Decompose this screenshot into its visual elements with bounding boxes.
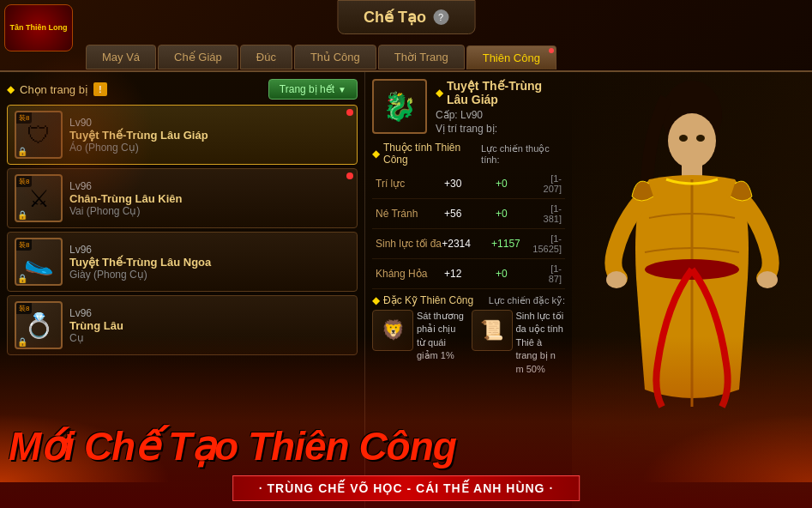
- logo: Tân Thiên Long: [4, 4, 73, 51]
- skills-title: Đặc Kỹ Thiên Công: [383, 294, 473, 306]
- diamond-icon-stats: ◆: [372, 148, 380, 160]
- skill-description: Sát thương phải chịu từ quái giảm 1%: [417, 310, 466, 363]
- tab-may-va[interactable]: May Vá: [86, 45, 156, 70]
- tab-thoi-trang[interactable]: Thời Trang: [378, 45, 465, 70]
- detail-item-name: Tuyệt Thế-Trùng Lâu Giáp: [447, 79, 565, 106]
- tab-thu-cong[interactable]: Thủ Công: [294, 45, 376, 70]
- stat-range: [1-15625]: [532, 233, 562, 254]
- app-title: Chế Tạo: [364, 8, 426, 27]
- help-icon[interactable]: ?: [433, 9, 448, 25]
- lock-icon: 🔒: [16, 273, 28, 284]
- attributes-right: Lực chiến thuộc tính:: [481, 143, 565, 165]
- dropdown-button[interactable]: Trang bị hết ▼: [268, 79, 358, 100]
- item-icon: 装8 🥿 🔒: [15, 238, 63, 286]
- flame-right: [641, 414, 812, 482]
- skill-item: 📜 Sinh lực tối đa uộc tính Thiê à trang …: [472, 310, 566, 376]
- item-icon: 装8 💍 🔒: [15, 301, 63, 349]
- svg-point-6: [679, 135, 688, 142]
- attributes-title: Thuộc tính Thiên Công: [383, 142, 481, 166]
- skill-icon: 📜: [472, 310, 513, 351]
- stat-bonus: +0: [496, 208, 538, 220]
- skills-right: Lực chiến đặc kỹ:: [489, 295, 565, 306]
- stat-bonus: +0: [496, 178, 538, 190]
- detail-item-icon: 🐉: [372, 79, 427, 134]
- stat-value: +56: [444, 208, 496, 220]
- item-level-text: Lv96: [69, 244, 350, 256]
- character-svg: [580, 72, 803, 458]
- item-level-badge: 装8: [16, 303, 32, 314]
- skill-item: 🦁 Sát thương phải chịu từ quái giảm 1%: [372, 310, 466, 376]
- skills-section: ◆ Đặc Kỹ Thiên Công Lực chiến đặc kỹ: 🦁 …: [372, 294, 565, 376]
- skills-header-left: ◆ Đặc Kỹ Thiên Công: [372, 294, 473, 306]
- item-info: Lv96 Trùng Lâu Cụ: [69, 307, 350, 344]
- attributes-header-left: ◆ Thuộc tính Thiên Công: [372, 142, 481, 166]
- stat-range: [1-381]: [538, 203, 562, 224]
- attributes-section: ◆ Thuộc tính Thiên Công Lực chiến thuộc …: [372, 142, 565, 289]
- item-icon-image: 🥿: [24, 248, 54, 276]
- notification-dot: [346, 109, 353, 116]
- item-name: Trùng Lâu: [69, 319, 350, 332]
- tab-duc[interactable]: Đúc: [240, 45, 292, 70]
- stat-row: Sinh lực tối đa +2314 +1157 [1-15625]: [372, 229, 565, 259]
- item-icon-image: 💍: [24, 311, 54, 340]
- detail-header: 🐉 ◆ Tuyệt Thế-Trùng Lâu Giáp Cấp: Lv90 V…: [372, 79, 565, 135]
- stat-row: Trí lực +30 +0 [1-207]: [372, 169, 565, 199]
- item-slot: Cụ: [69, 332, 350, 344]
- item-info: Lv96 Tuyệt Thế-Trùng Lâu Ngoa Giày (Phon…: [69, 244, 350, 281]
- stat-value: +30: [444, 178, 496, 190]
- skill-icon: 🦁: [372, 310, 413, 351]
- item-level-text: Lv96: [69, 307, 350, 319]
- skills-header: ◆ Đặc Kỹ Thiên Công Lực chiến đặc kỹ:: [372, 294, 565, 306]
- attributes-header: ◆ Thuộc tính Thiên Công Lực chiến thuộc …: [372, 142, 565, 166]
- stat-range: [1-87]: [538, 263, 562, 284]
- svg-point-5: [757, 271, 778, 288]
- diamond-icon-skills: ◆: [372, 294, 380, 306]
- notification-dot: [346, 172, 353, 179]
- character-figure: [572, 72, 812, 467]
- logo-text: Tân Thiên Long: [10, 23, 68, 33]
- stat-row: Né Tránh +56 +0 [1-381]: [372, 199, 565, 229]
- stat-row: Kháng Hỏa +12 +0 [1-87]: [372, 259, 565, 289]
- item-level-badge: 装8: [16, 239, 32, 251]
- right-panel: 🐉 ◆ Tuyệt Thế-Trùng Lâu Giáp Cấp: Lv90 V…: [364, 72, 572, 508]
- stat-name: Né Tránh: [376, 208, 444, 220]
- dropdown-arrow-icon: ▼: [338, 85, 346, 94]
- item-slot: Giày (Phong Cụ): [69, 269, 350, 281]
- stat-range: [1-207]: [538, 173, 562, 194]
- equipment-item[interactable]: 装8 🥿 🔒 Lv96 Tuyệt Thế-Trùng Lâu Ngoa Già…: [7, 232, 358, 292]
- tab-che-giap[interactable]: Chế Giáp: [158, 45, 238, 70]
- title-bar: Chế Tạo ?: [337, 0, 475, 34]
- stat-value: +2314: [442, 238, 491, 250]
- detail-section-header: ◆ Tuyệt Thế-Trùng Lâu Giáp: [436, 79, 565, 106]
- stat-name: Sinh lực tối đa: [376, 238, 442, 250]
- svg-point-4: [606, 271, 627, 288]
- svg-point-1: [668, 113, 716, 168]
- stat-name: Kháng Hỏa: [376, 268, 444, 280]
- flame-left: [0, 414, 171, 482]
- detail-info: ◆ Tuyệt Thế-Trùng Lâu Giáp Cấp: Lv90 Vị …: [436, 79, 565, 135]
- skill-description: Sinh lực tối đa uộc tính Thiê à trang bị…: [516, 310, 566, 376]
- svg-point-7: [696, 135, 705, 142]
- tab-thien-cong[interactable]: Thiên Công: [466, 45, 556, 70]
- detail-item-level: Cấp: Lv90: [436, 109, 565, 121]
- dragon-decoration: [0, 51, 154, 223]
- detail-item-position: Vị trí trang bị:: [436, 123, 565, 135]
- stat-value: +12: [444, 268, 496, 280]
- skills-list: 🦁 Sát thương phải chịu từ quái giảm 1% 📜…: [372, 310, 565, 376]
- nav-tabs: May Vá Chế Giáp Đúc Thủ Công Thời Trang …: [77, 45, 812, 70]
- item-name: Tuyệt Thế-Trùng Lâu Ngoa: [69, 256, 350, 269]
- diamond-icon-detail: ◆: [436, 87, 443, 99]
- lock-icon: 🔒: [16, 336, 28, 348]
- stat-bonus: +1157: [491, 238, 532, 250]
- stat-bonus: +0: [496, 268, 538, 280]
- equipment-item[interactable]: 装8 💍 🔒 Lv96 Trùng Lâu Cụ: [7, 295, 358, 355]
- stat-name: Trí lực: [376, 178, 444, 190]
